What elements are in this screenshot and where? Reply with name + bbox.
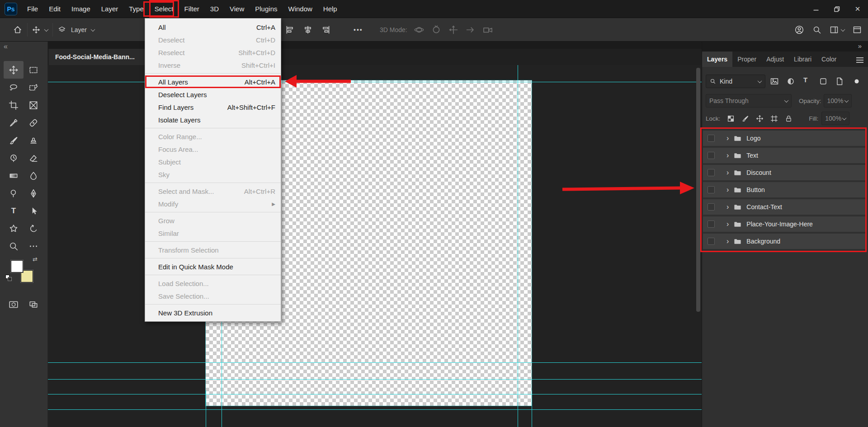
tab-properties[interactable]: Proper — [732, 52, 761, 67]
auto-select-layers-icon[interactable] — [57, 25, 66, 34]
brush-tool[interactable] — [4, 131, 24, 149]
menu-view[interactable]: View — [224, 0, 250, 18]
layer-row-logo[interactable]: › Logo — [703, 131, 865, 146]
marquee-tool[interactable] — [24, 61, 43, 79]
visibility-toggle[interactable] — [708, 203, 715, 211]
visibility-toggle[interactable] — [708, 135, 715, 142]
align-center-icon[interactable] — [303, 25, 313, 35]
more-options-icon[interactable]: ••• — [354, 26, 363, 33]
visibility-toggle[interactable] — [708, 169, 715, 176]
filter-adjustment-layers-icon[interactable] — [786, 77, 795, 86]
healing-brush-tool[interactable] — [24, 114, 43, 131]
filter-smart-objects-icon[interactable] — [835, 77, 844, 86]
clone-stamp-tool[interactable] — [24, 131, 43, 149]
expand-chevron-icon[interactable]: › — [726, 220, 729, 228]
filter-kind-dropdown[interactable]: Kind — [706, 75, 765, 88]
dodge-tool[interactable] — [4, 184, 24, 202]
lock-transparency-icon[interactable] — [725, 113, 736, 124]
menu-plugins[interactable]: Plugins — [250, 0, 283, 18]
auto-select-value[interactable]: Layer — [71, 26, 87, 33]
layer-row-place-your-image-here[interactable]: › Place-Your-Image-Here — [703, 216, 865, 232]
menu-layer[interactable]: Layer — [96, 0, 124, 18]
blur-tool[interactable] — [24, 167, 43, 184]
menu-item-deselect-layers[interactable]: Deselect Layers — [145, 88, 281, 101]
crop-tool[interactable] — [4, 96, 24, 114]
filter-type-layers-icon[interactable]: T — [803, 76, 807, 84]
workspace-icon[interactable] — [830, 25, 839, 34]
rotate-view-tool[interactable] — [24, 220, 43, 237]
workspace-chevron-icon[interactable] — [841, 27, 845, 32]
fill-value[interactable]: 100% — [821, 112, 849, 125]
expand-chevron-icon[interactable]: › — [726, 134, 729, 142]
history-brush-tool[interactable] — [4, 149, 24, 167]
menu-filter[interactable]: Filter — [179, 0, 205, 18]
filter-shape-layers-icon[interactable] — [819, 77, 828, 86]
align-left-edges-icon[interactable] — [285, 25, 295, 35]
eraser-tool[interactable] — [24, 149, 43, 167]
edit-toolbar-button[interactable] — [24, 237, 43, 255]
lock-position-icon[interactable] — [754, 113, 765, 124]
expand-chevron-icon[interactable]: › — [726, 237, 729, 245]
menu-item-all-layers[interactable]: All LayersAlt+Ctrl+A — [145, 75, 281, 88]
lasso-tool[interactable] — [4, 79, 24, 96]
share-icon[interactable] — [794, 25, 804, 35]
collapse-panels-icon[interactable]: » — [858, 42, 862, 50]
pen-tool[interactable] — [24, 184, 43, 202]
menu-help[interactable]: Help — [318, 0, 343, 18]
vertical-scrollbar[interactable] — [696, 68, 700, 312]
lock-all-icon[interactable] — [783, 113, 794, 124]
search-icon[interactable] — [812, 25, 821, 34]
lock-artboard-icon[interactable] — [768, 113, 780, 124]
layer-row-text[interactable]: › Text — [703, 148, 865, 163]
tab-layers[interactable]: Layers — [702, 52, 732, 67]
layer-row-background[interactable]: › Background — [703, 234, 865, 249]
expand-chevron-icon[interactable]: › — [726, 203, 729, 211]
move-tool-option-icon[interactable] — [32, 26, 40, 34]
object-selection-tool[interactable] — [24, 79, 43, 96]
layer-row-discount[interactable]: › Discount — [703, 165, 865, 180]
layer-row-button[interactable]: › Button — [703, 182, 865, 197]
align-right-edges-icon[interactable] — [321, 25, 331, 35]
tab-color[interactable]: Color — [816, 52, 841, 67]
auto-select-chevron-icon[interactable] — [91, 27, 95, 32]
menu-item-isolate-layers[interactable]: Isolate Layers — [145, 113, 281, 126]
menu-file[interactable]: File — [22, 0, 43, 18]
menu-window[interactable]: Window — [283, 0, 317, 18]
type-tool[interactable]: T — [4, 202, 24, 220]
restore-button[interactable] — [826, 0, 847, 18]
arrange-documents-icon[interactable] — [853, 25, 862, 34]
visibility-toggle[interactable] — [708, 221, 715, 228]
home-icon[interactable] — [13, 25, 23, 35]
quick-mask-button[interactable] — [4, 296, 24, 313]
custom-shape-tool[interactable] — [4, 220, 24, 237]
tab-libraries[interactable]: Librari — [789, 52, 816, 67]
menu-item-all[interactable]: AllCtrl+A — [145, 21, 281, 33]
filter-toggle-icon[interactable] — [852, 77, 861, 86]
menu-image[interactable]: Image — [66, 0, 96, 18]
menu-item-find-layers[interactable]: Find LayersAlt+Shift+Ctrl+F — [145, 101, 281, 113]
collapse-tools-icon[interactable]: « — [4, 42, 8, 51]
tab-adjustments[interactable]: Adjust — [761, 52, 789, 67]
swap-colors-icon[interactable]: ⇄ — [33, 256, 38, 263]
menu-select[interactable]: Select — [149, 0, 179, 18]
menu-type[interactable]: Type — [123, 0, 149, 18]
panel-menu-icon[interactable] — [856, 57, 863, 64]
menu-edit[interactable]: Edit — [43, 0, 66, 18]
path-selection-tool[interactable] — [24, 202, 43, 220]
visibility-toggle[interactable] — [708, 238, 715, 245]
menu-3d[interactable]: 3D — [205, 0, 224, 18]
visibility-toggle[interactable] — [708, 152, 715, 159]
gradient-tool[interactable] — [4, 167, 24, 184]
filter-pixel-layers-icon[interactable] — [770, 77, 779, 86]
tool-preset-chevron-icon[interactable] — [44, 27, 49, 32]
minimize-button[interactable] — [806, 0, 826, 18]
expand-chevron-icon[interactable]: › — [726, 151, 729, 160]
eyedropper-tool[interactable] — [4, 114, 24, 131]
foreground-color-swatch[interactable] — [11, 260, 23, 272]
lock-pixels-icon[interactable] — [739, 113, 751, 124]
blend-mode-dropdown[interactable]: Pass Through — [706, 94, 792, 108]
frame-tool[interactable] — [24, 96, 43, 114]
visibility-toggle[interactable] — [708, 186, 715, 193]
opacity-value[interactable]: 100% — [824, 94, 852, 108]
menu-item-new-3d-extrusion[interactable]: New 3D Extrusion — [145, 306, 281, 319]
